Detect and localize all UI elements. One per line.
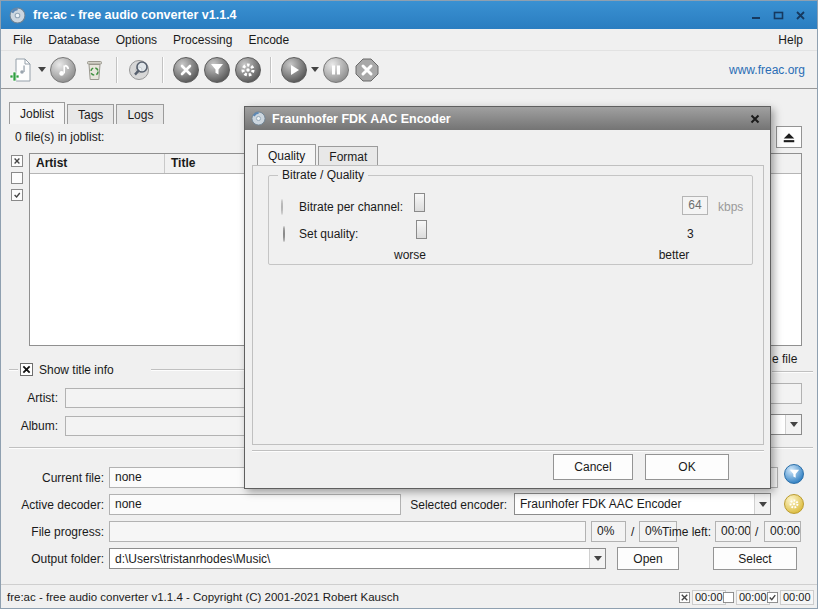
bitrate-unit-label: kbps bbox=[718, 200, 743, 214]
bitrate-quality-group: Bitrate / Quality Bitrate per channel: 6… bbox=[268, 175, 753, 265]
add-files-dropdown-icon[interactable] bbox=[38, 67, 46, 72]
dialog-title: Fraunhofer FDK AAC Encoder bbox=[272, 112, 451, 126]
select-clear-button[interactable] bbox=[11, 172, 23, 184]
toolbar: www.freac.org bbox=[1, 51, 817, 89]
clear-joblist-button[interactable] bbox=[80, 56, 108, 84]
timer-unselected: 00:00 bbox=[723, 590, 770, 605]
column-header-artist[interactable]: Artist bbox=[30, 154, 165, 173]
eject-button[interactable] bbox=[776, 126, 802, 148]
statusbar-text: fre:ac - free audio converter v1.1.4 - C… bbox=[7, 591, 399, 603]
x-box-icon bbox=[679, 592, 690, 603]
start-encoding-dropdown-icon[interactable] bbox=[311, 67, 319, 72]
eject-icon bbox=[782, 132, 796, 143]
encoder-config-dialog: Fraunhofer FDK AAC Encoder Quality Forma… bbox=[244, 106, 771, 489]
menu-options[interactable]: Options bbox=[108, 31, 165, 49]
dialog-titlebar[interactable]: Fraunhofer FDK AAC Encoder bbox=[245, 107, 770, 130]
bitrate-label: Bitrate per channel: bbox=[299, 200, 403, 214]
progress-separator: / bbox=[631, 525, 634, 539]
cancel-button[interactable]: Cancel bbox=[553, 454, 633, 480]
ok-button[interactable]: OK bbox=[645, 454, 729, 480]
tab-tags[interactable]: Tags bbox=[67, 104, 114, 124]
output-folder-label: Output folder: bbox=[4, 552, 104, 566]
maximize-button[interactable] bbox=[769, 7, 787, 23]
dialog-logo-icon bbox=[251, 111, 266, 126]
file-progress-percent: 0% bbox=[591, 521, 626, 542]
scale-better-label: better bbox=[646, 248, 702, 262]
chevron-down-icon[interactable] bbox=[754, 494, 770, 514]
close-button[interactable] bbox=[791, 7, 809, 23]
close-icon bbox=[750, 114, 760, 124]
website-link[interactable]: www.freac.org bbox=[729, 63, 811, 77]
start-encoding-button[interactable] bbox=[280, 56, 308, 84]
add-files-button[interactable] bbox=[7, 56, 35, 84]
selected-encoder-label: Selected encoder: bbox=[399, 498, 507, 512]
dialog-tab-bar: Quality Format bbox=[257, 144, 380, 166]
menu-encode[interactable]: Encode bbox=[240, 31, 297, 49]
show-title-info-checkbox[interactable] bbox=[20, 363, 33, 376]
toolbar-separator bbox=[270, 57, 272, 83]
chevron-down-icon[interactable] bbox=[589, 549, 605, 568]
dialog-button-divider bbox=[252, 450, 764, 452]
set-quality-label: Set quality: bbox=[299, 227, 358, 241]
dialog-close-button[interactable] bbox=[746, 111, 764, 127]
tab-format[interactable]: Format bbox=[318, 146, 378, 166]
groupline-left bbox=[9, 369, 18, 371]
cddb-query-button[interactable] bbox=[126, 56, 154, 84]
encoder-config-icon[interactable] bbox=[784, 494, 804, 514]
current-file-label: Current file: bbox=[4, 471, 104, 485]
tab-joblist[interactable]: Joblist bbox=[9, 102, 65, 124]
quality-slider-thumb[interactable] bbox=[416, 220, 427, 239]
bitrate-slider-thumb[interactable] bbox=[414, 193, 425, 212]
timer-total: 00:00 bbox=[767, 590, 814, 605]
timer-selected: 00:00 bbox=[679, 590, 726, 605]
pause-encoding-button[interactable] bbox=[322, 56, 350, 84]
bitrate-value-field: 64 bbox=[682, 196, 708, 215]
tab-quality[interactable]: Quality bbox=[257, 144, 316, 166]
menu-help[interactable]: Help bbox=[768, 31, 813, 49]
active-decoder-label: Active decoder: bbox=[4, 498, 104, 512]
select-folder-button[interactable]: Select bbox=[713, 547, 797, 570]
selected-encoder-dropdown[interactable]: Fraunhofer FDK AAC Encoder bbox=[514, 493, 771, 515]
album-field-label: Album: bbox=[9, 419, 58, 433]
file-progress-bar bbox=[109, 521, 586, 542]
artist-field-label: Artist: bbox=[9, 391, 58, 405]
show-title-info-label: Show title info bbox=[39, 363, 114, 377]
titlebar[interactable]: fre:ac - free audio converter v1.1.4 bbox=[1, 1, 817, 29]
main-tab-bar: Joblist Tags Logs bbox=[9, 102, 166, 124]
group-title: Bitrate / Quality bbox=[278, 168, 368, 182]
right-panel-label-fragment: e file bbox=[772, 352, 797, 366]
bitrate-radio[interactable] bbox=[281, 199, 283, 215]
time-left-total: 00:00 bbox=[764, 521, 801, 542]
encoder-settings-button[interactable] bbox=[234, 56, 262, 84]
menu-processing[interactable]: Processing bbox=[165, 31, 240, 49]
menubar: File Database Options Processing Encode … bbox=[1, 29, 817, 51]
check-box-icon bbox=[767, 592, 778, 603]
open-folder-button[interactable]: Open bbox=[617, 547, 679, 570]
file-progress-label: File progress: bbox=[4, 525, 104, 539]
chevron-down-icon[interactable] bbox=[785, 415, 801, 434]
app-window: fre:ac - free audio converter v1.1.4 Fil… bbox=[0, 0, 818, 609]
quality-value-label: 3 bbox=[687, 227, 694, 241]
check-mark-icon bbox=[13, 191, 21, 199]
app-logo-icon bbox=[9, 7, 26, 24]
scale-worse-label: worse bbox=[382, 248, 438, 262]
set-quality-radio[interactable] bbox=[283, 226, 285, 242]
x-check-icon bbox=[22, 365, 31, 374]
general-settings-button[interactable] bbox=[172, 56, 200, 84]
time-left-file: 00:00 bbox=[715, 521, 751, 542]
active-decoder-value: none bbox=[109, 494, 401, 515]
processing-filter-icon[interactable] bbox=[784, 464, 804, 484]
minimize-button[interactable] bbox=[747, 7, 765, 23]
select-none-button[interactable] bbox=[11, 155, 23, 167]
menu-database[interactable]: Database bbox=[40, 31, 107, 49]
menu-file[interactable]: File bbox=[5, 31, 40, 49]
output-folder-dropdown[interactable]: d:\Users\tristanrhodes\Music\ bbox=[109, 548, 606, 569]
processing-options-button[interactable] bbox=[203, 56, 231, 84]
joblist-count-label: 0 file(s) in joblist: bbox=[15, 130, 104, 144]
add-audio-cd-button[interactable] bbox=[49, 56, 77, 84]
empty-box-icon bbox=[723, 592, 734, 603]
stop-encoding-button[interactable] bbox=[353, 56, 381, 84]
tab-logs[interactable]: Logs bbox=[116, 104, 164, 124]
select-all-button[interactable] bbox=[11, 189, 23, 201]
time-left-label: Time left: bbox=[654, 525, 711, 539]
